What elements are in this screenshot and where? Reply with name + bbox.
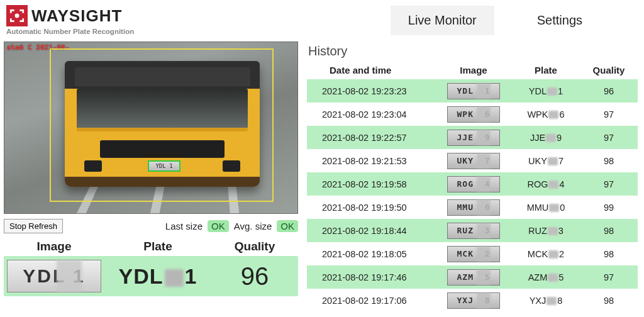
- table-row[interactable]: 2021-08-02 19:23:04WPK 6WPK697: [307, 103, 638, 126]
- plate-bbox: YDL 1: [148, 160, 180, 172]
- history-head-quality: Quality: [584, 65, 634, 75]
- history-head-image: Image: [439, 65, 508, 75]
- row-quality: 98: [584, 226, 634, 236]
- row-plate-text: RUZ3: [508, 226, 584, 236]
- current-detection: Image Plate Quality YDL 1 YDL1 96: [4, 240, 298, 296]
- current-head-quality: Quality: [211, 240, 298, 253]
- avg-size-badge: OK: [277, 220, 298, 232]
- table-row[interactable]: 2021-08-02 19:18:44RUZ 3RUZ398: [307, 219, 638, 242]
- row-plate-thumb: MMU 0: [447, 199, 500, 216]
- table-row[interactable]: 2021-08-02 19:19:50MMU 0MMU099: [307, 196, 638, 219]
- row-plate-thumb: WPK 6: [447, 106, 500, 123]
- table-row[interactable]: 2021-08-02 19:17:46AZM 5AZM597: [307, 265, 638, 289]
- row-datetime: 2021-08-02 19:18:05: [307, 249, 439, 259]
- current-quality: 96: [211, 262, 298, 291]
- row-plate-thumb: UKY 7: [447, 153, 500, 169]
- table-row[interactable]: 2021-08-02 19:23:23YDL 1YDL196: [307, 79, 638, 103]
- bus-label: Skånetrafiken: [65, 153, 260, 159]
- row-quality: 99: [584, 203, 634, 213]
- row-quality: 97: [584, 133, 634, 143]
- row-plate-thumb: YXJ 8: [447, 292, 500, 309]
- controls-row: Stop Refresh Last size OK Avg. size OK: [4, 219, 298, 233]
- table-row[interactable]: 2021-08-02 19:17:06YXJ 8YXJ898: [307, 289, 638, 312]
- table-row[interactable]: 2021-08-02 19:21:53UKY 7UKY798: [307, 149, 638, 172]
- row-datetime: 2021-08-02 19:17:06: [307, 296, 439, 306]
- row-quality: 97: [584, 109, 634, 120]
- row-plate-thumb: AZM 5: [447, 269, 500, 286]
- row-plate-thumb: MCK 2: [447, 246, 500, 262]
- brand-name: WAYSIGHT: [31, 6, 122, 26]
- history-head-datetime: Date and time: [307, 65, 439, 75]
- row-datetime: 2021-08-02 19:19:50: [307, 203, 439, 213]
- row-plate-text: ROG4: [508, 179, 584, 189]
- row-plate-text: YDL1: [508, 86, 584, 96]
- header: WAYSIGHT Automatic Number Plate Recognit…: [0, 0, 644, 38]
- last-size-label: Last size: [165, 221, 203, 231]
- camera-view: almö C 2021-08- Skånetrafiken YDL 1: [4, 42, 298, 214]
- row-quality: 98: [584, 296, 634, 306]
- avg-size-label: Avg. size: [234, 221, 272, 231]
- row-plate-thumb: YDL 1: [447, 83, 500, 99]
- current-plate-text: YDL1: [104, 264, 211, 289]
- history-table: Date and time Image Plate Quality 2021-0…: [307, 62, 638, 312]
- row-plate-text: UKY7: [508, 156, 584, 166]
- history-head-plate: Plate: [508, 65, 584, 75]
- table-row[interactable]: 2021-08-02 19:18:05MCK 2MCK298: [307, 242, 638, 265]
- row-datetime: 2021-08-02 19:17:46: [307, 272, 439, 282]
- current-plate-image: YDL 1: [7, 260, 101, 292]
- current-head-plate: Plate: [104, 240, 211, 253]
- row-quality: 97: [584, 272, 634, 282]
- row-plate-text: AZM5: [508, 272, 584, 282]
- brand-subtitle: Automatic Number Plate Recognition: [6, 28, 134, 35]
- last-size-badge: OK: [208, 220, 229, 232]
- row-plate-thumb: ROG 4: [447, 176, 500, 192]
- row-datetime: 2021-08-02 19:19:58: [307, 179, 439, 189]
- tabs: Live Monitor Settings: [391, 6, 638, 35]
- row-plate-text: WPK6: [508, 109, 584, 120]
- row-datetime: 2021-08-02 19:23:23: [307, 86, 439, 96]
- row-plate-text: JJE9: [508, 133, 584, 143]
- row-plate-text: MMU0: [508, 203, 584, 213]
- row-quality: 96: [584, 86, 634, 96]
- row-plate-text: YXJ8: [508, 296, 584, 306]
- row-datetime: 2021-08-02 19:22:57: [307, 133, 439, 143]
- row-plate-thumb: JJE 9: [447, 130, 500, 146]
- svg-point-0: [15, 14, 19, 18]
- logo-icon: [6, 5, 28, 26]
- stop-refresh-button[interactable]: Stop Refresh: [4, 219, 63, 233]
- row-quality: 97: [584, 179, 634, 189]
- current-head-image: Image: [4, 240, 104, 253]
- row-quality: 98: [584, 156, 634, 166]
- row-quality: 98: [584, 249, 634, 259]
- brand: WAYSIGHT Automatic Number Plate Recognit…: [6, 5, 134, 35]
- tab-settings[interactable]: Settings: [519, 6, 600, 35]
- table-row[interactable]: 2021-08-02 19:22:57JJE 9JJE997: [307, 126, 638, 149]
- tab-live-monitor[interactable]: Live Monitor: [391, 6, 494, 35]
- row-datetime: 2021-08-02 19:18:44: [307, 226, 439, 236]
- history-title: History: [308, 44, 638, 58]
- table-row[interactable]: 2021-08-02 19:19:58ROG 4ROG497: [307, 172, 638, 196]
- row-datetime: 2021-08-02 19:21:53: [307, 156, 439, 166]
- row-datetime: 2021-08-02 19:23:04: [307, 109, 439, 120]
- row-plate-text: MCK2: [508, 249, 584, 259]
- row-plate-thumb: RUZ 3: [447, 223, 500, 239]
